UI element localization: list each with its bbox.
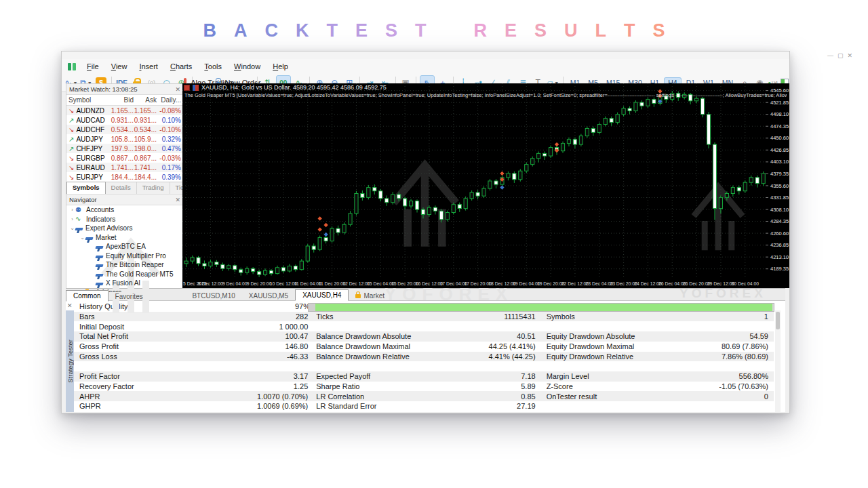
navigator-item[interactable]: ›⚉Accounts: [66, 205, 183, 215]
strategy-tester-tab[interactable]: Strategy Tester: [66, 310, 74, 412]
stat-value: 556.80%: [739, 372, 768, 380]
chart-tab-label: Market: [363, 292, 384, 300]
navigator-item[interactable]: The Gold Reaper MT5: [66, 270, 183, 279]
market-watch-row[interactable]: ↘AUDCHF0.534...0.534...-0.10%: [66, 125, 183, 134]
navigator-item[interactable]: ApexBTC EA: [66, 242, 183, 251]
candle-body: [281, 268, 285, 271]
tester-scrollbar[interactable]: [775, 310, 781, 412]
time-axis-label: 23 Dec 20:00: [610, 281, 637, 286]
market-watch-row[interactable]: ↗AUDCAD0.931...0.931...0.10%: [66, 115, 183, 125]
candle-body: [567, 140, 570, 144]
tester-cell: Balance Drawdown Absolute40.51: [313, 331, 540, 342]
price-axis-label: 4284.35: [770, 218, 789, 224]
market-watch-tab-details[interactable]: Details: [106, 182, 137, 194]
price-axis-label: 4403.10: [770, 159, 789, 165]
navigator-item-label: Equity Multiplier Pro: [106, 252, 166, 260]
graduation-cap-icon: [95, 246, 103, 249]
menu-item-tools[interactable]: Tools: [198, 61, 228, 72]
tester-row: Bars282Ticks11115431Symbols1: [74, 312, 774, 322]
candle-body: [324, 237, 328, 241]
chart-panel[interactable]: 4545.604521.854498.104474.354450.604426.…: [182, 83, 789, 288]
navigator-item-label: The Bitcoin Reaper: [106, 261, 164, 268]
mw-col-header: Bid: [111, 96, 134, 104]
tester-cell: Sharpe Ratio5.89: [313, 382, 540, 392]
chart-tab-xauusd-m5[interactable]: XAUUSD,M5: [242, 291, 295, 301]
time-axis-label: 26 Dec 20:00: [683, 281, 711, 286]
candle-body: [579, 136, 583, 145]
stat-value: -1.05 (70.63%): [719, 382, 768, 390]
navigator-tab-common[interactable]: Common: [66, 290, 108, 302]
stat-label: Total Net Profit: [79, 332, 128, 340]
navigator-item[interactable]: ⌄Expert Advisors: [66, 224, 183, 233]
chart-tab-xauusd-h4[interactable]: XAUUSD,H4: [295, 289, 349, 301]
indicators-icon: ∿: [75, 216, 83, 222]
candle-body: [203, 264, 206, 266]
candle-body: [701, 98, 704, 115]
bid-value: 197.9...: [111, 145, 134, 152]
navigator-item[interactable]: Equity Multiplier Pro: [66, 251, 183, 261]
symbol-name: AUDCAD: [76, 117, 104, 124]
title-letter: T: [624, 20, 635, 41]
stat-value: 1.25: [294, 382, 308, 390]
price-axis-label: 4331.85: [770, 195, 789, 201]
candle-body: [604, 119, 607, 125]
symbol-name: AUDJPY: [76, 136, 102, 143]
title-letter: S: [653, 20, 665, 41]
tree-expander-icon[interactable]: ›: [69, 207, 75, 213]
market-watch-row[interactable]: ↘EURAUD1.741...1.741...0.17%: [66, 163, 183, 172]
navigator-item[interactable]: ›∿Indicators: [66, 215, 183, 224]
chart-tab-btcusd-m10[interactable]: BTCUSD,M10: [185, 291, 241, 301]
window-controls[interactable]: —▢✕: [827, 52, 856, 59]
tester-cell: GHPR1.0069 (0.69%): [74, 401, 313, 411]
tree-expander-icon[interactable]: ›: [69, 216, 75, 222]
candle-body: [719, 197, 722, 208]
market-watch-tabs: SymbolsDetailsTradingTicks: [66, 182, 183, 194]
menu-item-charts[interactable]: Charts: [164, 61, 198, 72]
stat-label: Gross Loss: [79, 352, 117, 361]
price-axis-label: 4213.10: [770, 254, 789, 260]
ask-value: 105.9...: [134, 136, 157, 143]
candle-body: [513, 174, 516, 180]
navigator-item[interactable]: X Fusion AI: [66, 279, 183, 288]
market-watch-tab-trading[interactable]: Trading: [137, 182, 170, 194]
candle-body: [573, 140, 576, 144]
time-axis-label: 8 Dec 12:00: [198, 281, 223, 286]
menu-item-file[interactable]: File: [81, 61, 105, 72]
menu-item-insert[interactable]: Insert: [133, 61, 164, 72]
navigator-item-label: Expert Advisors: [85, 224, 132, 232]
menu-item-window[interactable]: Window: [228, 61, 267, 72]
minimize-icon[interactable]: —: [827, 52, 837, 59]
graduation-cap-icon: [85, 237, 93, 240]
stat-value: 27.19: [517, 402, 536, 410]
mt5-logo-icon: [67, 62, 78, 70]
tester-close-icon[interactable]: ✕: [67, 302, 73, 309]
tester-cell: [313, 361, 540, 371]
tester-cell: Equity Drawdown Maximal80.69 (7.86%): [541, 342, 774, 352]
navigator-tab-favorites[interactable]: Favorites: [108, 291, 150, 302]
navigator-item-label: Indicators: [86, 216, 115, 223]
market-watch-row[interactable]: ↘AUDNZD1.165...1.165...-0.08%: [66, 106, 183, 115]
tester-cell: Expected Payoff7.18: [313, 371, 540, 382]
close-icon[interactable]: ✕: [848, 52, 857, 59]
tester-cell: Equity Drawdown Relative7.86% (80.69): [541, 352, 774, 362]
maximize-icon[interactable]: ▢: [837, 52, 848, 59]
market-watch-close-icon[interactable]: ✕: [175, 86, 180, 93]
navigator-item[interactable]: The Bitcoin Reaper: [66, 260, 183, 270]
menu-item-view[interactable]: View: [105, 61, 134, 72]
candle-body: [737, 188, 741, 191]
chart-tab-market[interactable]: Market: [349, 291, 391, 301]
stat-value: 282: [296, 312, 308, 321]
market-watch-tab-symbols[interactable]: Symbols: [66, 182, 106, 194]
tester-cell: [541, 361, 774, 371]
market-watch-row[interactable]: ↗CHFJPY197.9...198.0...0.47%: [66, 144, 183, 153]
market-watch-row[interactable]: ↘EURGBP0.867...0.867...-0.03%: [66, 153, 183, 163]
menu-item-help[interactable]: Help: [267, 61, 294, 72]
navigator-item-label: Accounts: [86, 206, 114, 214]
market-watch-row[interactable]: ↗AUDJPY105.8...105.9...0.32%: [66, 134, 183, 144]
navigator-item[interactable]: ⌄Market: [66, 233, 183, 243]
depth-of-market-icon[interactable]: [184, 85, 190, 91]
market-watch-row[interactable]: ↘EURJPY184.4...184.4...0.39%: [66, 172, 183, 182]
navigator-close-icon[interactable]: ✕: [175, 197, 180, 203]
tester-cell: Recovery Factor1.25: [74, 382, 313, 392]
market-watch-tab-ticks[interactable]: Ticks: [170, 182, 184, 194]
